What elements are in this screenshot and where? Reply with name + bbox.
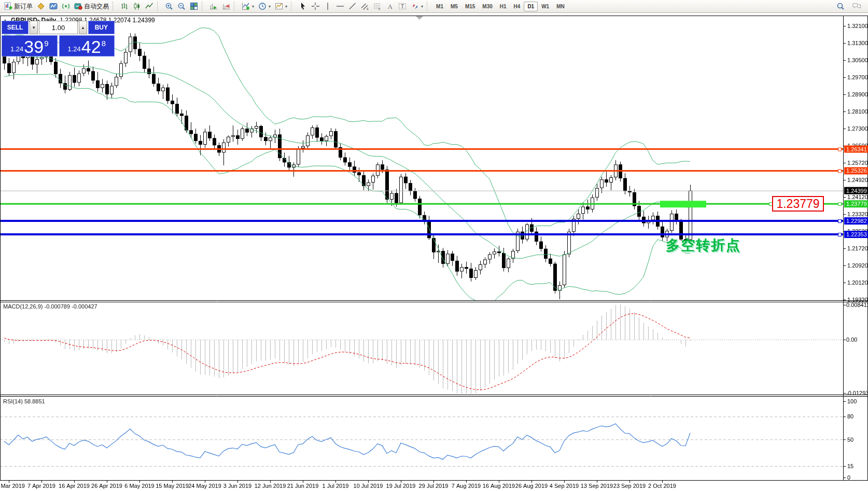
horizontal-line-icon xyxy=(336,2,344,10)
one-click-trading-panel: SELL ▼ ▲ BUY 1.24 39 9 1.24 42 8 xyxy=(2,21,115,57)
dropdown-arrow-icon[interactable]: ▾ xyxy=(421,4,423,9)
toolbar-separator xyxy=(157,2,161,11)
auto-scroll-button[interactable] xyxy=(207,0,220,12)
sell-price-prefix: 1.24 xyxy=(10,45,23,53)
sell-button[interactable]: SELL xyxy=(2,21,29,34)
zoom-in-button[interactable] xyxy=(163,0,175,12)
dropdown-arrow-icon[interactable]: ▾ xyxy=(285,4,287,9)
text-icon: A xyxy=(386,2,394,10)
templates-button[interactable]: ▾ xyxy=(273,0,289,12)
macd-label: MACD(12,26,9) -0.000789 -0.000427 xyxy=(3,303,97,310)
tile-windows-icon xyxy=(190,2,198,10)
timeframe-mn[interactable]: MN xyxy=(553,2,568,11)
channel-button[interactable]: E xyxy=(359,0,371,12)
auto-trading-label: 自动交易 xyxy=(84,2,109,11)
buy-price-big: 42 xyxy=(81,38,101,55)
sell-price-big: 39 xyxy=(24,38,44,55)
auto-trading-icon xyxy=(74,2,82,10)
svg-text:F: F xyxy=(379,8,381,11)
main-toolbar: 新订单自动交易▾▾▾EFAT▾M1M5M15M30H1H4D1W1MN xyxy=(0,0,868,13)
new-order-label: 新订单 xyxy=(14,2,33,11)
channel-icon: E xyxy=(361,2,369,10)
timeframe-h4[interactable]: H4 xyxy=(510,2,524,11)
tile-windows-button[interactable] xyxy=(188,0,200,12)
buy-price-prefix: 1.24 xyxy=(68,45,81,53)
search-icon xyxy=(836,2,845,10)
zoom-in-icon xyxy=(165,2,173,10)
indicators-button[interactable]: ▾ xyxy=(240,0,256,12)
dropdown-arrow-icon[interactable]: ▾ xyxy=(269,4,271,9)
chart-shift-button[interactable] xyxy=(220,0,232,12)
mt4-window: { "toolbar": { "trade": [ {"id":"new-ord… xyxy=(0,0,868,491)
timeframe-m1[interactable]: M1 xyxy=(432,2,447,11)
arrows-button[interactable]: ▾ xyxy=(409,0,425,12)
crosshair-icon xyxy=(311,2,319,10)
trendline-icon xyxy=(348,2,357,10)
rsi-label: RSI(14) 58.8851 xyxy=(3,398,45,404)
timeframe-d1[interactable]: D1 xyxy=(524,2,538,11)
new-order-button[interactable]: 新订单 xyxy=(2,0,35,12)
chat-icon xyxy=(852,2,862,10)
trendline-button[interactable] xyxy=(346,0,359,12)
timeframe-m5[interactable]: M5 xyxy=(447,2,461,11)
toolbar-separator xyxy=(234,2,237,11)
periods-icon xyxy=(258,2,267,10)
text-label-button[interactable]: T xyxy=(396,0,409,12)
fibonacci-button[interactable]: F xyxy=(371,0,384,12)
volume-input[interactable] xyxy=(39,21,78,34)
fibonacci-icon: F xyxy=(373,2,382,10)
cursor-icon xyxy=(299,2,307,10)
zoom-out-icon xyxy=(177,2,186,10)
volume-increase-button[interactable]: ▲ xyxy=(79,21,87,34)
market-watch-icon xyxy=(37,2,45,10)
dropdown-arrow-icon[interactable]: ▾ xyxy=(252,4,254,9)
search-button[interactable] xyxy=(834,0,847,12)
sell-price-pip: 9 xyxy=(44,39,48,48)
chinese-note-annotation[interactable]: 多空转折点 xyxy=(666,236,741,255)
bar-chart-button[interactable] xyxy=(118,0,131,12)
bar-chart-icon xyxy=(120,2,129,10)
timeframe-m15[interactable]: M15 xyxy=(461,2,479,11)
signals-button[interactable] xyxy=(60,0,72,12)
cursor-button[interactable] xyxy=(297,0,309,12)
toolbar-separator xyxy=(427,2,430,11)
svg-text:E: E xyxy=(367,7,369,10)
svg-text:T: T xyxy=(401,4,404,9)
buy-button[interactable]: BUY xyxy=(88,21,115,34)
buy-price-pip: 8 xyxy=(102,39,106,48)
toolbar-separator xyxy=(291,2,295,11)
toolbar-separator xyxy=(113,2,116,11)
indicators-icon xyxy=(242,2,250,10)
price-label-annotation[interactable]: 1.23779 xyxy=(772,196,824,212)
volume-decrease-button[interactable]: ▼ xyxy=(30,21,38,34)
svg-text:A: A xyxy=(388,3,393,10)
timeframe-m30[interactable]: M30 xyxy=(479,2,496,11)
sell-price-box[interactable]: 1.24 39 9 xyxy=(2,35,58,57)
chat-button[interactable] xyxy=(850,0,864,12)
data-window-icon xyxy=(49,2,58,10)
new-order-icon xyxy=(4,2,12,10)
line-chart-button[interactable] xyxy=(143,0,156,12)
toolbar-right-group xyxy=(834,0,868,12)
signals-icon xyxy=(62,2,70,10)
crosshair-button[interactable] xyxy=(309,0,321,12)
chart-shift-icon xyxy=(222,2,230,10)
timeframe-w1[interactable]: W1 xyxy=(538,2,553,11)
periods-button[interactable]: ▾ xyxy=(256,0,273,12)
candlestick-chart-icon xyxy=(133,2,141,10)
vertical-line-icon xyxy=(324,2,332,10)
horizontal-line-button[interactable] xyxy=(334,0,346,12)
auto-scroll-icon xyxy=(209,2,218,10)
buy-price-box[interactable]: 1.24 42 8 xyxy=(59,35,115,57)
data-window-button[interactable] xyxy=(47,0,60,12)
zoom-out-button[interactable] xyxy=(175,0,188,12)
auto-trading-button[interactable]: 自动交易 xyxy=(72,0,111,12)
text-label-icon: T xyxy=(398,2,407,10)
toolbar-separator xyxy=(202,2,205,11)
candlestick-chart-button[interactable] xyxy=(131,0,143,12)
market-watch-button[interactable] xyxy=(35,0,47,12)
vertical-line-button[interactable] xyxy=(321,0,334,12)
text-button[interactable]: A xyxy=(384,0,396,12)
arrows-icon xyxy=(411,2,419,10)
timeframe-h1[interactable]: H1 xyxy=(496,2,510,11)
